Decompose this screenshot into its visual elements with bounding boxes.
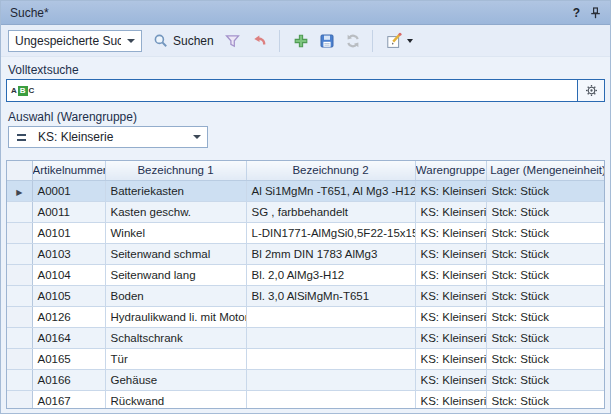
- row-indicator-cell[interactable]: [7, 201, 32, 222]
- table-row[interactable]: A0126Hydraulikwand li. mit MotorKS: Klei…: [7, 306, 605, 327]
- cell[interactable]: Stck: Stück: [486, 348, 605, 369]
- cell[interactable]: A0165: [32, 348, 105, 369]
- cell[interactable]: L-DIN1771-AlMgSi0,5F22-15x15x2: [246, 222, 415, 243]
- table-row[interactable]: A0101WinkelL-DIN1771-AlMgSi0,5F22-15x15x…: [7, 222, 605, 243]
- cell[interactable]: Seitenwand lang: [105, 264, 246, 285]
- cell[interactable]: [246, 390, 415, 409]
- cell[interactable]: Stck: Stück: [486, 222, 605, 243]
- cell[interactable]: [246, 327, 415, 348]
- cell[interactable]: KS: Kleinserie: [415, 222, 486, 243]
- cell[interactable]: Batteriekasten: [105, 180, 246, 201]
- cell[interactable]: Tür: [105, 348, 246, 369]
- cell[interactable]: [246, 306, 415, 327]
- add-button[interactable]: [290, 31, 312, 51]
- cell[interactable]: Stck: Stück: [486, 390, 605, 409]
- cell[interactable]: SG , farbbehandelt: [246, 201, 415, 222]
- table-row[interactable]: A0103Seitenwand schmalBl 2mm DIN 1783 Al…: [7, 243, 605, 264]
- cell[interactable]: KS: Kleinserie: [415, 180, 486, 201]
- cell[interactable]: Rückwand: [105, 390, 246, 409]
- cell[interactable]: [246, 348, 415, 369]
- cell[interactable]: KS: Kleinserie: [415, 201, 486, 222]
- row-indicator-cell[interactable]: [7, 369, 32, 390]
- cell[interactable]: A0166: [32, 369, 105, 390]
- gear-icon: [585, 84, 598, 97]
- cell[interactable]: Al Si1MgMn -T651, Al Mg3 -H12: [246, 180, 415, 201]
- table-row[interactable]: ▶A0001BatteriekastenAl Si1MgMn -T651, Al…: [7, 180, 605, 201]
- cell[interactable]: KS: Kleinserie: [415, 264, 486, 285]
- cell[interactable]: A0001: [32, 180, 105, 201]
- saved-search-combo[interactable]: Ungespeicherte Suche: [8, 30, 142, 52]
- column-header[interactable]: Lager (Mengeneinheit): [486, 161, 605, 180]
- save-button[interactable]: [316, 31, 338, 51]
- row-indicator-cell[interactable]: [7, 222, 32, 243]
- cell[interactable]: KS: Kleinserie: [415, 306, 486, 327]
- refresh-button[interactable]: [342, 31, 364, 51]
- cell[interactable]: A0164: [32, 327, 105, 348]
- fulltext-input[interactable]: [37, 80, 577, 101]
- row-indicator-cell[interactable]: [7, 348, 32, 369]
- row-indicator-cell[interactable]: [7, 327, 32, 348]
- cell[interactable]: A0105: [32, 285, 105, 306]
- row-indicator-cell[interactable]: [7, 285, 32, 306]
- search-button[interactable]: Suchen: [150, 31, 217, 51]
- cell[interactable]: KS: Kleinserie: [415, 327, 486, 348]
- cell[interactable]: Stck: Stück: [486, 327, 605, 348]
- cell[interactable]: Stck: Stück: [486, 369, 605, 390]
- cell[interactable]: Gehäuse: [105, 369, 246, 390]
- cell[interactable]: Stck: Stück: [486, 243, 605, 264]
- cell[interactable]: Schaltschrank: [105, 327, 246, 348]
- pin-button[interactable]: [590, 7, 601, 19]
- cell[interactable]: [246, 369, 415, 390]
- row-indicator-cell[interactable]: [7, 264, 32, 285]
- table-row[interactable]: A0165TürKS: KleinserieStck: Stück: [7, 348, 605, 369]
- fulltext-settings-button[interactable]: [577, 80, 604, 101]
- cell[interactable]: KS: Kleinserie: [415, 390, 486, 409]
- row-indicator-cell[interactable]: [7, 243, 32, 264]
- cell[interactable]: Stck: Stück: [486, 285, 605, 306]
- undo-button[interactable]: [248, 31, 271, 51]
- table-row[interactable]: A0167RückwandKS: KleinserieStck: Stück: [7, 390, 605, 409]
- row-indicator-cell[interactable]: [7, 306, 32, 327]
- table-row[interactable]: A0011Kasten geschw.SG , farbbehandeltKS:…: [7, 201, 605, 222]
- cell[interactable]: A0103: [32, 243, 105, 264]
- row-indicator-cell[interactable]: ▶: [7, 180, 32, 201]
- cell[interactable]: KS: Kleinserie: [415, 285, 486, 306]
- row-indicator-header[interactable]: [7, 161, 32, 180]
- cell[interactable]: A0167: [32, 390, 105, 409]
- column-header[interactable]: Bezeichnung 1: [105, 161, 246, 180]
- cell[interactable]: KS: Kleinserie: [415, 243, 486, 264]
- cell[interactable]: A0011: [32, 201, 105, 222]
- column-header[interactable]: Artikelnummer: [32, 161, 105, 180]
- edit-button[interactable]: [383, 30, 416, 51]
- cell[interactable]: Stck: Stück: [486, 264, 605, 285]
- cell[interactable]: Bl. 2,0 AlMg3-H12: [246, 264, 415, 285]
- table-row[interactable]: A0105BodenBl. 3,0 AlSiMgMn-T651KS: Klein…: [7, 285, 605, 306]
- cell[interactable]: Stck: Stück: [486, 201, 605, 222]
- column-header[interactable]: Bezeichnung 2: [246, 161, 415, 180]
- table-row[interactable]: A0104Seitenwand langBl. 2,0 AlMg3-H12KS:…: [7, 264, 605, 285]
- table-row[interactable]: A0166GehäuseKS: KleinserieStck: Stück: [7, 369, 605, 390]
- cell[interactable]: Hydraulikwand li. mit Motor: [105, 306, 246, 327]
- cell[interactable]: A0104: [32, 264, 105, 285]
- help-button[interactable]: ?: [573, 7, 580, 19]
- cell[interactable]: A0101: [32, 222, 105, 243]
- cell[interactable]: Bl 2mm DIN 1783 AlMg3: [246, 243, 415, 264]
- warengruppe-combo[interactable]: KS: Kleinserie: [8, 126, 208, 148]
- column-header[interactable]: Warengruppe: [415, 161, 486, 180]
- cell[interactable]: Kasten geschw.: [105, 201, 246, 222]
- cell[interactable]: Boden: [105, 285, 246, 306]
- cell[interactable]: Stck: Stück: [486, 306, 605, 327]
- filter-button[interactable]: [221, 31, 244, 51]
- cell[interactable]: KS: Kleinserie: [415, 369, 486, 390]
- table-row[interactable]: A0164SchaltschrankKS: KleinserieStck: St…: [7, 327, 605, 348]
- equals-icon: [17, 134, 26, 141]
- cell[interactable]: Stck: Stück: [486, 180, 605, 201]
- cell[interactable]: Seitenwand schmal: [105, 243, 246, 264]
- cell[interactable]: Winkel: [105, 222, 246, 243]
- cell[interactable]: KS: Kleinserie: [415, 348, 486, 369]
- cell[interactable]: A0126: [32, 306, 105, 327]
- undo-icon: [251, 33, 268, 49]
- row-indicator-cell[interactable]: [7, 390, 32, 409]
- cell[interactable]: Bl. 3,0 AlSiMgMn-T651: [246, 285, 415, 306]
- edit-icon: [386, 32, 403, 49]
